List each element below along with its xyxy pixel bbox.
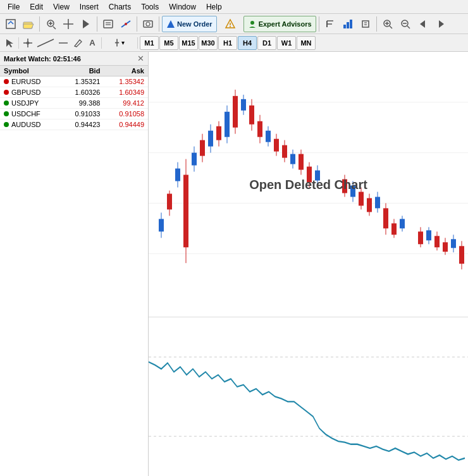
market-watch-close-button[interactable]: ✕ (137, 54, 144, 63)
svg-point-15 (146, 22, 150, 26)
menu-bar: File Edit View Insert Charts Tools Windo… (0, 0, 468, 14)
chart-area: Open Deleted Chart (149, 52, 468, 476)
tf-w1[interactable]: W1 (277, 36, 296, 50)
alert-button[interactable] (222, 16, 238, 32)
indicator-list-button[interactable] (118, 16, 134, 32)
svg-rect-26 (350, 20, 352, 28)
table-row[interactable]: AUDUSD 0.94423 0.94449 (0, 119, 148, 130)
svg-line-32 (390, 26, 392, 28)
svg-rect-93 (350, 185, 355, 197)
menu-edit[interactable]: Edit (25, 1, 48, 13)
market-watch-title: Market Watch: 02:51:46 (4, 55, 81, 63)
expert-advisors-button[interactable]: Expert Advisors (243, 16, 316, 32)
zoom-in-chart-button[interactable] (379, 16, 396, 32)
sep1 (39, 16, 40, 32)
tf-m15[interactable]: M15 (179, 36, 198, 50)
sep-tf2 (101, 37, 102, 49)
market-watch-panel: Market Watch: 02:51:46 ✕ Symbol Bid Ask … (0, 52, 149, 476)
svg-rect-109 (426, 230, 431, 240)
market-watch-table: Symbol Bid Ask EURUSD 1.35321 1.35342 GB… (0, 66, 148, 130)
svg-rect-118 (149, 317, 468, 476)
history-center-button[interactable] (322, 16, 338, 32)
svg-rect-89 (315, 171, 320, 181)
scroll-left-button[interactable] (415, 16, 431, 32)
ask-usdchf: 0.91058 (104, 109, 148, 119)
tf-m30[interactable]: M30 (199, 36, 218, 50)
scroll-right-button[interactable] (433, 16, 449, 32)
svg-point-19 (230, 26, 231, 27)
svg-rect-105 (400, 219, 405, 228)
svg-rect-113 (443, 242, 448, 252)
svg-rect-85 (299, 154, 304, 170)
sep6 (376, 16, 377, 32)
svg-rect-91 (342, 180, 347, 193)
crosshair-button[interactable] (60, 16, 77, 32)
screenshot-button[interactable] (140, 16, 156, 32)
price-dropdown[interactable]: ╋ ▾ (104, 36, 135, 50)
pencil-tool[interactable] (71, 36, 85, 50)
menu-charts[interactable]: Charts (104, 1, 136, 13)
svg-marker-8 (83, 20, 89, 28)
hline-tool[interactable] (56, 36, 70, 50)
ask-usdjpy: 99.412 (104, 98, 148, 109)
svg-marker-36 (420, 20, 425, 28)
symbol-usdchf: USDCHF (0, 109, 60, 119)
candlestick-chart: Open Deleted Chart (149, 52, 468, 317)
symbol-eurusd: EURUSD (0, 76, 60, 87)
table-row[interactable]: EURUSD 1.35321 1.35342 (0, 76, 148, 87)
new-chart-button[interactable] (3, 16, 19, 32)
svg-point-20 (250, 21, 254, 25)
svg-rect-59 (192, 153, 197, 166)
svg-rect-77 (266, 131, 271, 142)
svg-rect-97 (367, 198, 372, 212)
bid-audusd: 0.94423 (60, 119, 104, 130)
svg-rect-53 (167, 193, 172, 209)
svg-line-44 (75, 46, 77, 47)
market-watch-header: Market Watch: 02:51:46 ✕ (0, 52, 148, 66)
menu-file[interactable]: File (3, 1, 25, 13)
strategy-tester-button[interactable] (340, 16, 356, 32)
table-row[interactable]: USDJPY 99.388 99.412 (0, 98, 148, 109)
crosshair-tool[interactable] (21, 36, 35, 50)
svg-marker-16 (167, 20, 175, 28)
zoom-in-button[interactable] (42, 16, 59, 32)
tf-m5[interactable]: M5 (159, 36, 178, 50)
svg-rect-51 (159, 219, 164, 231)
tf-h4[interactable]: H4 (238, 36, 257, 50)
table-row[interactable]: USDCHF 0.91033 0.91058 (0, 109, 148, 119)
text-tool[interactable]: A (85, 36, 99, 50)
tf-h1[interactable]: H1 (218, 36, 237, 50)
svg-rect-63 (208, 131, 213, 147)
menu-tools[interactable]: Tools (136, 1, 164, 13)
svg-rect-95 (359, 192, 364, 205)
line-tool[interactable] (35, 36, 56, 50)
svg-marker-38 (6, 39, 13, 47)
svg-rect-65 (216, 126, 221, 140)
main-area: Market Watch: 02:51:46 ✕ Symbol Bid Ask … (0, 52, 468, 476)
svg-rect-69 (233, 96, 238, 128)
menu-help[interactable]: Help (201, 1, 227, 13)
tf-d1[interactable]: D1 (257, 36, 276, 50)
arrow-button[interactable] (78, 16, 94, 32)
svg-rect-111 (434, 236, 440, 247)
ask-gbpusd: 1.60349 (104, 87, 148, 98)
svg-rect-101 (383, 208, 388, 228)
svg-rect-73 (249, 106, 254, 125)
svg-rect-9 (104, 20, 113, 28)
tf-m1[interactable]: M1 (140, 36, 159, 50)
menu-window[interactable]: Window (164, 1, 201, 13)
zoom-out-chart-button[interactable] (397, 16, 414, 32)
new-order-button[interactable]: New Order (162, 16, 217, 32)
svg-rect-81 (282, 145, 287, 158)
properties-button[interactable] (100, 16, 116, 32)
table-row[interactable]: GBPUSD 1.60326 1.60349 (0, 87, 148, 98)
svg-point-13 (125, 23, 127, 25)
cursor-tool[interactable] (3, 36, 16, 50)
menu-insert[interactable]: Insert (75, 1, 104, 13)
tf-mn[interactable]: MN (297, 36, 316, 50)
svg-line-42 (37, 39, 54, 47)
scripts-button[interactable] (357, 16, 374, 32)
symbol-gbpusd: GBPUSD (0, 87, 60, 98)
open-button[interactable] (20, 16, 37, 32)
menu-view[interactable]: View (48, 1, 75, 13)
